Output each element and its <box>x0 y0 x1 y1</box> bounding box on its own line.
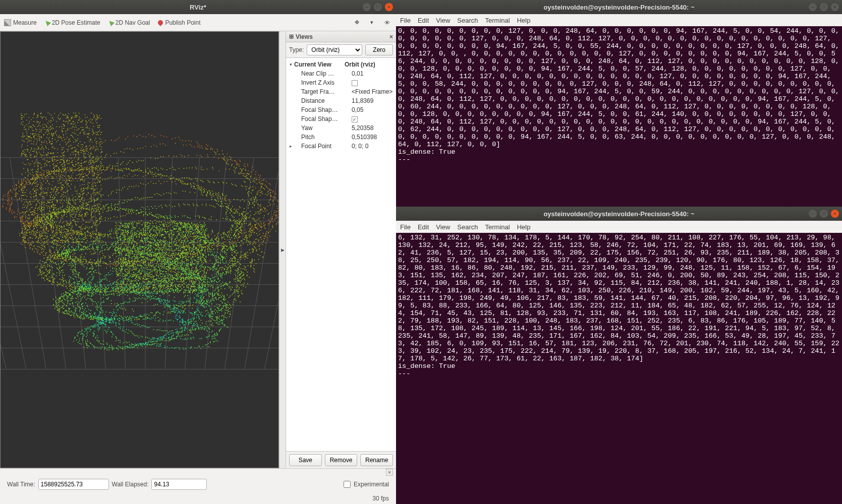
menu-help[interactable]: Help <box>517 17 531 24</box>
tool-nav-goal[interactable]: 2D Nav Goal <box>108 19 150 26</box>
view-type-select[interactable]: Orbit (rviz) <box>307 44 362 55</box>
rviz-toolbar: Measure 2D Pose Estimate 2D Nav Goal Pub… <box>0 14 396 31</box>
tool-publish-point[interactable]: Publish Point <box>158 19 200 26</box>
zero-button[interactable]: Zero <box>365 44 393 55</box>
wall-time-label: Wall Time: <box>7 481 35 488</box>
maximize-icon[interactable]: □ <box>820 3 828 11</box>
move-camera-icon[interactable]: ✥ <box>352 18 362 28</box>
experimental-label: Experimental <box>354 481 389 488</box>
fps-label: 30 fps <box>372 495 389 502</box>
property-value[interactable]: 11,8369 <box>350 97 395 104</box>
menu-view[interactable]: View <box>436 17 450 24</box>
checkbox-icon[interactable] <box>352 80 358 86</box>
statusbar-close-icon[interactable]: × <box>386 469 393 476</box>
property-value[interactable]: 0,05 <box>350 106 395 113</box>
experimental-checkbox[interactable] <box>344 481 351 488</box>
tool-nav-label: 2D Nav Goal <box>116 19 150 26</box>
checkbox-icon[interactable]: ✓ <box>352 116 358 122</box>
current-view-value: Orbit (rviz) <box>343 61 395 68</box>
tool-pose-estimate[interactable]: 2D Pose Estimate <box>45 19 100 26</box>
rviz-titlebar: RViz* – □ × <box>0 0 396 14</box>
wall-time-input[interactable] <box>38 479 109 490</box>
menu-terminal[interactable]: Terminal <box>485 223 510 231</box>
property-row[interactable]: Focal Shap…✓ <box>287 114 395 123</box>
property-value[interactable]: 0,510398 <box>350 134 395 141</box>
property-value[interactable]: ✓ <box>350 115 395 122</box>
tool-measure-label: Measure <box>13 19 37 26</box>
menu-view[interactable]: View <box>436 223 450 231</box>
terminal1-titlebar: oysteinvolden@oysteinvolden-Precision-55… <box>396 0 842 14</box>
property-label: Yaw <box>294 124 350 132</box>
property-label: Pitch <box>294 134 350 141</box>
arrow-icon <box>107 19 115 26</box>
wall-elapsed-label: Wall Elapsed: <box>112 481 149 488</box>
close-icon[interactable]: × <box>831 210 839 218</box>
property-value[interactable]: 5,20358 <box>350 124 395 132</box>
property-label: Near Clip … <box>294 70 350 77</box>
property-row[interactable]: Yaw5,20358 <box>287 123 395 133</box>
terminal2-titlebar: oysteinvolden@oysteinvolden-Precision-55… <box>396 207 842 221</box>
close-icon[interactable]: × <box>385 3 393 11</box>
property-label: Target Fra… <box>294 88 350 95</box>
rviz-title: RViz* <box>0 4 396 11</box>
menu-edit[interactable]: Edit <box>418 17 429 24</box>
property-row[interactable]: Pitch0,510398 <box>287 133 395 142</box>
wall-elapsed-input[interactable] <box>151 479 207 490</box>
close-icon[interactable]: × <box>831 3 839 11</box>
tool-publish-label: Publish Point <box>165 19 200 26</box>
panel-divider[interactable]: ▶ <box>279 31 286 468</box>
terminal1-menubar: File Edit View Search Terminal Help <box>396 14 842 26</box>
remove-button[interactable]: Remove <box>325 454 358 466</box>
current-view-label: Current View <box>294 61 343 68</box>
maximize-icon[interactable]: □ <box>820 210 828 218</box>
eye-icon[interactable]: 👁 <box>382 18 392 28</box>
expand-icon[interactable]: ▸ <box>287 144 294 149</box>
menu-help[interactable]: Help <box>517 223 531 231</box>
property-row[interactable]: Near Clip …0,01 <box>287 69 395 78</box>
view-properties-tree[interactable]: ▾ Current View Orbit (rviz) Near Clip …0… <box>286 57 396 451</box>
property-label: Distance <box>294 97 350 104</box>
expand-icon[interactable]: ▾ <box>287 62 294 67</box>
property-row[interactable]: Invert Z Axis <box>287 78 395 87</box>
tool-pose-label: 2D Pose Estimate <box>52 19 100 26</box>
select-icon[interactable]: ▾ <box>367 18 377 28</box>
type-label: Type: <box>289 46 304 53</box>
menu-file[interactable]: File <box>400 17 411 24</box>
menu-file[interactable]: File <box>400 223 411 231</box>
property-value[interactable]: <Fixed Frame> <box>350 88 395 95</box>
rviz-3d-viewport[interactable] <box>0 31 279 468</box>
terminal1-title: oysteinvolden@oysteinvolden-Precision-55… <box>396 4 842 11</box>
menu-search[interactable]: Search <box>457 17 478 24</box>
property-value[interactable]: 0,01 <box>350 70 395 77</box>
property-label: Focal Shap… <box>294 115 350 122</box>
minimize-icon[interactable]: – <box>809 210 817 218</box>
menu-search[interactable]: Search <box>457 223 478 231</box>
pin-icon <box>157 19 164 26</box>
panel-close-icon[interactable]: × <box>389 33 393 40</box>
terminal1-content[interactable]: 0, 0, 0, 0, 0, 0, 0, 0, 0, 127, 0, 0, 0,… <box>396 26 842 207</box>
property-value[interactable]: 0; 0; 0 <box>350 143 395 150</box>
terminal2-content[interactable]: 6, 132, 31, 252, 130, 78, 134, 178, 5, 1… <box>396 233 842 504</box>
rename-button[interactable]: Rename <box>360 454 393 466</box>
minimize-icon[interactable]: – <box>809 3 817 11</box>
terminal2-menubar: File Edit View Search Terminal Help <box>396 221 842 233</box>
property-value[interactable] <box>350 79 395 86</box>
views-panel-header: ⊞ Views × <box>286 31 396 42</box>
property-row[interactable]: Target Fra…<Fixed Frame> <box>287 87 395 96</box>
views-header-label: Views <box>296 33 313 40</box>
tool-measure[interactable]: Measure <box>4 19 37 26</box>
property-label: Focal Shap… <box>294 106 350 113</box>
terminal2-title: oysteinvolden@oysteinvolden-Precision-55… <box>396 210 842 218</box>
arrow-icon <box>44 19 51 26</box>
maximize-icon[interactable]: □ <box>374 3 382 11</box>
panel-icon: ⊞ <box>289 33 294 40</box>
property-row[interactable]: Distance11,8369 <box>287 96 395 105</box>
menu-edit[interactable]: Edit <box>418 223 429 231</box>
minimize-icon[interactable]: – <box>363 3 371 11</box>
property-label: Focal Point <box>294 143 350 150</box>
menu-terminal[interactable]: Terminal <box>485 17 510 24</box>
measure-icon <box>4 19 11 26</box>
property-row[interactable]: ▸Focal Point0; 0; 0 <box>287 142 395 151</box>
property-row[interactable]: Focal Shap…0,05 <box>287 105 395 114</box>
save-button[interactable]: Save <box>289 454 322 466</box>
